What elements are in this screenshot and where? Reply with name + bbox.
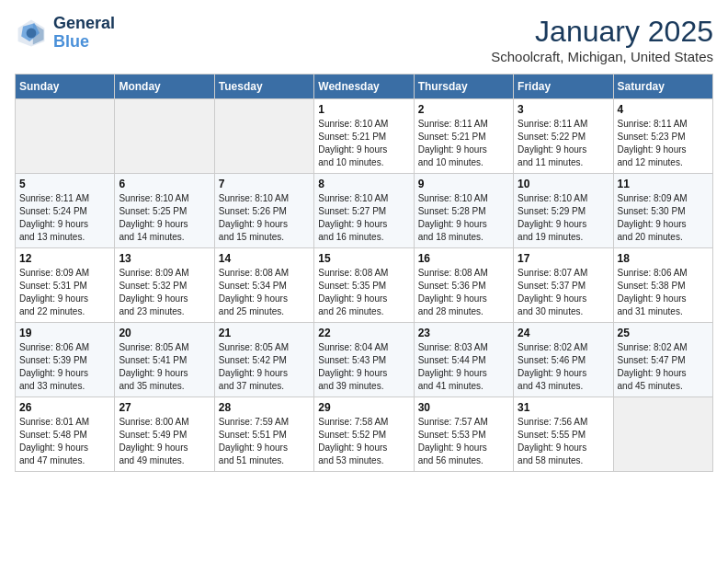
calendar-cell: 19Sunrise: 8:06 AM Sunset: 5:39 PM Dayli… bbox=[16, 323, 115, 397]
day-detail: Sunrise: 8:04 AM Sunset: 5:43 PM Dayligh… bbox=[318, 341, 409, 393]
day-detail: Sunrise: 7:57 AM Sunset: 5:53 PM Dayligh… bbox=[418, 416, 509, 467]
day-number: 16 bbox=[418, 252, 509, 265]
day-number: 29 bbox=[318, 401, 409, 414]
header-friday: Friday bbox=[514, 75, 613, 99]
calendar-cell: 16Sunrise: 8:08 AM Sunset: 5:36 PM Dayli… bbox=[414, 248, 513, 323]
day-number: 28 bbox=[219, 401, 310, 414]
calendar-cell: 11Sunrise: 8:09 AM Sunset: 5:30 PM Dayli… bbox=[613, 174, 712, 248]
day-detail: Sunrise: 8:11 AM Sunset: 5:22 PM Dayligh… bbox=[518, 118, 609, 169]
day-number: 6 bbox=[119, 178, 210, 190]
day-number: 17 bbox=[518, 252, 609, 265]
day-number: 18 bbox=[618, 252, 709, 265]
calendar-cell: 25Sunrise: 8:02 AM Sunset: 5:47 PM Dayli… bbox=[613, 323, 712, 397]
calendar-cell: 13Sunrise: 8:09 AM Sunset: 5:32 PM Dayli… bbox=[115, 248, 214, 323]
header-wednesday: Wednesday bbox=[314, 75, 414, 99]
calendar-cell: 18Sunrise: 8:06 AM Sunset: 5:38 PM Dayli… bbox=[613, 248, 712, 323]
calendar-cell: 6Sunrise: 8:10 AM Sunset: 5:25 PM Daylig… bbox=[115, 174, 214, 248]
calendar-cell: 14Sunrise: 8:08 AM Sunset: 5:34 PM Dayli… bbox=[214, 248, 313, 323]
logo-line2: Blue bbox=[53, 33, 115, 52]
day-number: 26 bbox=[19, 401, 110, 414]
day-detail: Sunrise: 8:11 AM Sunset: 5:24 PM Dayligh… bbox=[19, 192, 110, 244]
day-detail: Sunrise: 8:10 AM Sunset: 5:25 PM Dayligh… bbox=[119, 192, 210, 244]
calendar-cell bbox=[613, 397, 712, 472]
day-number: 11 bbox=[618, 178, 709, 190]
day-number: 24 bbox=[518, 327, 609, 339]
calendar-cell: 30Sunrise: 7:57 AM Sunset: 5:53 PM Dayli… bbox=[414, 397, 513, 472]
day-number: 2 bbox=[418, 103, 509, 116]
calendar-cell: 24Sunrise: 8:02 AM Sunset: 5:46 PM Dayli… bbox=[514, 323, 613, 397]
day-detail: Sunrise: 8:10 AM Sunset: 5:27 PM Dayligh… bbox=[318, 192, 409, 244]
calendar-week-3: 12Sunrise: 8:09 AM Sunset: 5:31 PM Dayli… bbox=[16, 248, 713, 323]
day-number: 22 bbox=[318, 327, 409, 339]
day-detail: Sunrise: 8:01 AM Sunset: 5:48 PM Dayligh… bbox=[19, 416, 110, 467]
calendar-week-1: 1Sunrise: 8:10 AM Sunset: 5:21 PM Daylig… bbox=[16, 99, 713, 174]
calendar-cell: 5Sunrise: 8:11 AM Sunset: 5:24 PM Daylig… bbox=[16, 174, 115, 248]
header-thursday: Thursday bbox=[414, 75, 513, 99]
day-detail: Sunrise: 8:09 AM Sunset: 5:32 PM Dayligh… bbox=[119, 267, 210, 318]
title-area: January 2025 Schoolcraft, Michigan, Unit… bbox=[491, 15, 713, 64]
calendar-title: January 2025 bbox=[491, 15, 713, 49]
page-header: General Blue January 2025 Schoolcraft, M… bbox=[15, 15, 713, 64]
day-number: 3 bbox=[518, 103, 609, 116]
calendar-cell bbox=[16, 99, 115, 174]
day-detail: Sunrise: 8:03 AM Sunset: 5:44 PM Dayligh… bbox=[418, 341, 509, 393]
day-detail: Sunrise: 8:10 AM Sunset: 5:26 PM Dayligh… bbox=[219, 192, 310, 244]
calendar-cell: 29Sunrise: 7:58 AM Sunset: 5:52 PM Dayli… bbox=[314, 397, 414, 472]
day-detail: Sunrise: 8:06 AM Sunset: 5:39 PM Dayligh… bbox=[19, 341, 110, 393]
day-number: 14 bbox=[219, 252, 310, 265]
day-detail: Sunrise: 8:05 AM Sunset: 5:42 PM Dayligh… bbox=[219, 341, 310, 393]
day-number: 19 bbox=[19, 327, 110, 339]
calendar-cell: 8Sunrise: 8:10 AM Sunset: 5:27 PM Daylig… bbox=[314, 174, 414, 248]
day-detail: Sunrise: 8:00 AM Sunset: 5:49 PM Dayligh… bbox=[119, 416, 210, 467]
logo: General Blue bbox=[15, 15, 115, 52]
day-detail: Sunrise: 8:08 AM Sunset: 5:36 PM Dayligh… bbox=[418, 267, 509, 318]
day-detail: Sunrise: 8:08 AM Sunset: 5:35 PM Dayligh… bbox=[318, 267, 409, 318]
day-detail: Sunrise: 8:11 AM Sunset: 5:23 PM Dayligh… bbox=[618, 118, 709, 169]
calendar-cell: 23Sunrise: 8:03 AM Sunset: 5:44 PM Dayli… bbox=[414, 323, 513, 397]
calendar-cell: 2Sunrise: 8:11 AM Sunset: 5:21 PM Daylig… bbox=[414, 99, 513, 174]
day-detail: Sunrise: 8:09 AM Sunset: 5:31 PM Dayligh… bbox=[19, 267, 110, 318]
calendar-cell: 31Sunrise: 7:56 AM Sunset: 5:55 PM Dayli… bbox=[514, 397, 613, 472]
day-detail: Sunrise: 8:05 AM Sunset: 5:41 PM Dayligh… bbox=[119, 341, 210, 393]
calendar-cell: 17Sunrise: 8:07 AM Sunset: 5:37 PM Dayli… bbox=[514, 248, 613, 323]
calendar-cell: 3Sunrise: 8:11 AM Sunset: 5:22 PM Daylig… bbox=[514, 99, 613, 174]
day-detail: Sunrise: 8:07 AM Sunset: 5:37 PM Dayligh… bbox=[518, 267, 609, 318]
calendar-cell: 9Sunrise: 8:10 AM Sunset: 5:28 PM Daylig… bbox=[414, 174, 513, 248]
header-saturday: Saturday bbox=[613, 75, 712, 99]
day-detail: Sunrise: 7:59 AM Sunset: 5:51 PM Dayligh… bbox=[219, 416, 310, 467]
calendar-header-row: SundayMondayTuesdayWednesdayThursdayFrid… bbox=[16, 75, 713, 99]
day-detail: Sunrise: 8:02 AM Sunset: 5:47 PM Dayligh… bbox=[618, 341, 709, 393]
day-detail: Sunrise: 8:02 AM Sunset: 5:46 PM Dayligh… bbox=[518, 341, 609, 393]
day-detail: Sunrise: 8:10 AM Sunset: 5:21 PM Dayligh… bbox=[318, 118, 409, 169]
day-detail: Sunrise: 8:08 AM Sunset: 5:34 PM Dayligh… bbox=[219, 267, 310, 318]
day-detail: Sunrise: 8:06 AM Sunset: 5:38 PM Dayligh… bbox=[618, 267, 709, 318]
logo-text: General Blue bbox=[53, 15, 115, 52]
day-number: 25 bbox=[618, 327, 709, 339]
header-monday: Monday bbox=[115, 75, 214, 99]
calendar-cell: 28Sunrise: 7:59 AM Sunset: 5:51 PM Dayli… bbox=[214, 397, 313, 472]
day-detail: Sunrise: 8:09 AM Sunset: 5:30 PM Dayligh… bbox=[618, 192, 709, 244]
day-number: 7 bbox=[219, 178, 310, 190]
day-number: 20 bbox=[119, 327, 210, 339]
calendar-cell: 10Sunrise: 8:10 AM Sunset: 5:29 PM Dayli… bbox=[514, 174, 613, 248]
day-number: 4 bbox=[618, 103, 709, 116]
day-number: 13 bbox=[119, 252, 210, 265]
calendar-week-4: 19Sunrise: 8:06 AM Sunset: 5:39 PM Dayli… bbox=[16, 323, 713, 397]
logo-line1: General bbox=[53, 15, 115, 33]
calendar-week-5: 26Sunrise: 8:01 AM Sunset: 5:48 PM Dayli… bbox=[16, 397, 713, 472]
calendar-cell: 12Sunrise: 8:09 AM Sunset: 5:31 PM Dayli… bbox=[16, 248, 115, 323]
calendar-subtitle: Schoolcraft, Michigan, United States bbox=[491, 49, 713, 64]
calendar-cell: 15Sunrise: 8:08 AM Sunset: 5:35 PM Dayli… bbox=[314, 248, 414, 323]
calendar-cell: 22Sunrise: 8:04 AM Sunset: 5:43 PM Dayli… bbox=[314, 323, 414, 397]
day-number: 8 bbox=[318, 178, 409, 190]
header-tuesday: Tuesday bbox=[214, 75, 313, 99]
day-number: 31 bbox=[518, 401, 609, 414]
day-number: 15 bbox=[318, 252, 409, 265]
calendar-cell bbox=[214, 99, 313, 174]
calendar-cell: 7Sunrise: 8:10 AM Sunset: 5:26 PM Daylig… bbox=[214, 174, 313, 248]
calendar-cell: 26Sunrise: 8:01 AM Sunset: 5:48 PM Dayli… bbox=[16, 397, 115, 472]
day-detail: Sunrise: 8:10 AM Sunset: 5:28 PM Dayligh… bbox=[418, 192, 509, 244]
day-detail: Sunrise: 7:58 AM Sunset: 5:52 PM Dayligh… bbox=[318, 416, 409, 467]
day-number: 1 bbox=[318, 103, 409, 116]
calendar-cell: 20Sunrise: 8:05 AM Sunset: 5:41 PM Dayli… bbox=[115, 323, 214, 397]
